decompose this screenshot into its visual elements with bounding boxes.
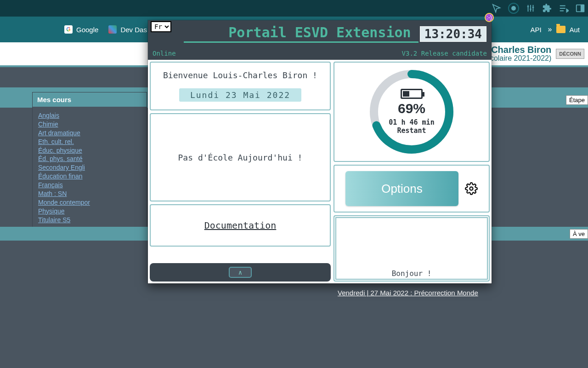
courses-sidebar: Mes cours Anglais Chimie Art dramatique … — [32, 92, 147, 231]
popup-title: Portail ESVD Extension — [184, 24, 456, 43]
extension-popup: Fr Portail ESVD Extension 13:20:34 Onlin… — [148, 20, 492, 283]
popup-subheader: Online V3.2 Release candidate — [148, 47, 492, 60]
course-link[interactable]: Monde contempor — [38, 198, 141, 207]
ext-icon-playlist[interactable] — [559, 3, 569, 13]
course-link[interactable]: Éd. phys. santé — [38, 155, 141, 163]
documentation-card: Documentation — [150, 204, 331, 247]
course-link[interactable]: Éduc. physique — [38, 146, 141, 155]
extension-badge-icon[interactable]: :-) — [485, 13, 494, 22]
popup-body: Bienvenue Louis-Charles Biron ! Lundi 23… — [148, 60, 492, 283]
progress-ring: 69% 01 h 46 min Restant — [368, 69, 455, 155]
course-link[interactable]: Art dramatique — [38, 129, 141, 138]
bookmark-label: Dev Das — [120, 26, 147, 34]
course-link[interactable]: Chimie — [38, 120, 141, 129]
welcome-card: Bienvenue Louis-Charles Biron ! Lundi 23… — [150, 62, 331, 110]
tab-etape[interactable]: Étape — [566, 95, 588, 105]
svg-rect-1 — [581, 5, 584, 12]
chevron-up-icon: ∧ — [238, 269, 242, 276]
ext-icon-panel[interactable] — [575, 3, 585, 13]
course-link[interactable]: Physique — [38, 207, 141, 216]
collapse-button[interactable]: ∧ — [229, 267, 252, 278]
battery-icon — [401, 89, 423, 99]
progress-ring-card: 69% 01 h 46 min Restant — [334, 62, 490, 162]
bookmark-dev-das[interactable]: Dev Das — [108, 25, 147, 34]
greeting-text: Bonjour ! — [334, 269, 489, 278]
bookmark-google[interactable]: Google — [64, 25, 98, 34]
course-link[interactable]: Anglais — [38, 111, 141, 120]
course-link[interactable]: Français — [38, 181, 141, 190]
browser-extension-toolbar: :-) — [0, 0, 588, 17]
course-link[interactable]: Éducation finan — [38, 172, 141, 181]
time-remaining: 01 h 46 min Restant — [389, 118, 434, 135]
popup-left-column: Bienvenue Louis-Charles Biron ! Lundi 23… — [150, 62, 331, 282]
logout-button[interactable]: DÉCONN — [556, 49, 584, 59]
ext-icon-pointer[interactable] — [492, 3, 502, 13]
no-school-text: Pas d'École Aujourd'hui ! — [178, 153, 303, 162]
tab-a-venir[interactable]: À ve — [570, 229, 588, 239]
clock-display: 13:20:34 — [418, 25, 488, 43]
course-link[interactable]: Titulaire S5 — [38, 216, 141, 224]
google-icon — [64, 25, 73, 34]
dev-icon — [108, 25, 117, 34]
bookmark-label: Google — [76, 26, 98, 34]
ext-icon-sliders[interactable] — [526, 3, 536, 13]
options-label: Options — [381, 182, 423, 196]
collapse-bar: ∧ — [150, 263, 331, 282]
svg-point-4 — [470, 187, 473, 190]
language-select[interactable]: Fr — [151, 21, 171, 32]
bookmarks-overflow-icon[interactable]: » — [548, 25, 550, 34]
event-link[interactable]: Vendredi | 27 Mai 2022 : Précorrection M… — [338, 289, 478, 297]
greeting-card: Bonjour ! — [334, 215, 490, 282]
documentation-link[interactable]: Documentation — [204, 220, 277, 231]
courses-header: Mes cours — [33, 92, 147, 107]
popup-right-column: 69% 01 h 46 min Restant Options — [334, 62, 490, 282]
gear-icon[interactable] — [465, 182, 478, 195]
ext-icon-record[interactable] — [508, 3, 519, 14]
progress-percent: 69% — [398, 101, 425, 116]
bookmark-label: Aut — [569, 26, 580, 34]
puzzle-icon[interactable] — [542, 3, 552, 13]
course-link[interactable]: Math : SN — [38, 190, 141, 198]
welcome-text: Bienvenue Louis-Charles Biron ! — [163, 70, 317, 80]
date-pill: Lundi 23 Mai 2022 — [179, 88, 301, 102]
status-text: Online — [153, 50, 176, 57]
options-button[interactable]: Options — [345, 171, 458, 206]
course-link[interactable]: Eth. cult. rel. — [38, 138, 141, 146]
bookmark-api-label[interactable]: API — [530, 26, 541, 34]
course-link[interactable]: Secondary Engli — [38, 163, 141, 172]
no-school-card: Pas d'École Aujourd'hui ! — [150, 113, 331, 201]
ring-center: 69% 01 h 46 min Restant — [368, 69, 455, 155]
folder-icon — [556, 26, 565, 33]
version-text: V3.2 Release candidate — [402, 50, 487, 57]
bookmark-folder-autres[interactable]: Aut — [556, 26, 580, 34]
popup-header: Fr Portail ESVD Extension 13:20:34 — [148, 20, 492, 47]
courses-list: Anglais Chimie Art dramatique Eth. cult.… — [33, 107, 147, 231]
options-card: Options — [334, 165, 490, 213]
